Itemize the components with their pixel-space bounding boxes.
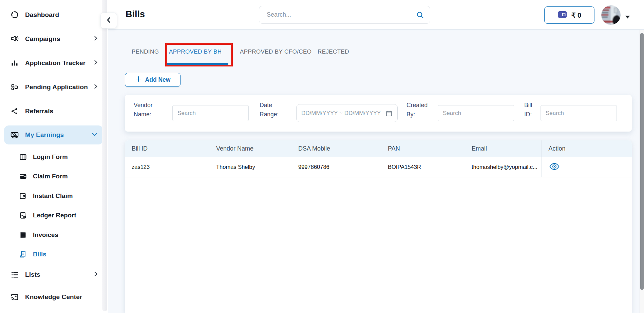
column-header-pan: PAN	[381, 140, 465, 157]
megaphone-icon	[10, 35, 19, 43]
chevron-right-icon	[92, 59, 99, 67]
page-scrollbar-track[interactable]	[640, 30, 644, 313]
sidebar-item-my-earnings[interactable]: My Earnings	[4, 125, 103, 144]
sidebar-item-label: Invoices	[33, 231, 58, 239]
sidebar-item-instant-claim[interactable]: Instant Claim	[0, 186, 108, 206]
sidebar-item-label: Knowledge Center	[25, 293, 82, 301]
vendor-name-filter-input[interactable]	[172, 105, 249, 121]
avatar[interactable]	[601, 5, 621, 25]
sidebar-item-label: Application Tracker	[25, 59, 86, 67]
vendor-name-filter-label: Vendor Name:	[134, 101, 163, 119]
column-header-bill-id: Bill ID	[125, 140, 209, 157]
cell-bill-id: zas123	[125, 157, 209, 177]
sidebar-item-campaigns[interactable]: Campaigns	[0, 27, 108, 51]
sidebar-item-claim-form[interactable]: Claim Form	[0, 167, 108, 187]
top-header: Bills ₹ 0	[108, 0, 644, 30]
sidebar-item-label: Referrals	[25, 107, 53, 115]
global-search	[259, 6, 430, 24]
chevron-down-icon	[91, 131, 98, 139]
bar-chart-icon	[10, 59, 19, 67]
sidebar-item-knowledge-center[interactable]: Knowledge Center	[0, 285, 108, 309]
cell-dsa-mobile: 9997860786	[291, 157, 381, 177]
sidebar-item-invoices[interactable]: Invoices	[0, 225, 108, 245]
active-tab-underline	[167, 63, 228, 65]
column-header-vendor-name: Vendor Name	[209, 140, 291, 157]
bills-table-card: Bill ID Vendor Name DSA Mobile PAN Email…	[125, 140, 632, 313]
knowledge-center-icon	[10, 293, 19, 301]
search-input[interactable]	[259, 6, 430, 23]
sidebar-item-bills[interactable]: Bills	[0, 245, 108, 265]
cell-email: thomashelby@yopmail.c...	[465, 157, 542, 177]
cell-pan: BOIPA1543R	[381, 157, 465, 177]
main-content: PENDING APPROVED BY BH APPROVED BY CFO/C…	[108, 30, 644, 313]
sidebar-item-lists[interactable]: Lists	[0, 264, 108, 285]
wallet-icon	[557, 11, 568, 20]
wallet-amount: ₹ 0	[571, 11, 581, 19]
sidebar-item-label: Bills	[33, 251, 46, 258]
sidebar-item-label: Dashboard	[25, 11, 59, 19]
created-by-filter-input[interactable]	[438, 105, 514, 121]
sidebar-item-dashboard[interactable]: Dashboard	[0, 3, 108, 27]
date-range-filter-input[interactable]	[296, 104, 398, 122]
wallet-outline-icon	[19, 192, 27, 200]
sidebar-item-label: Campaigns	[25, 35, 60, 43]
eye-icon	[549, 163, 560, 171]
page-title: Bills	[126, 9, 145, 20]
bill-id-filter-label: Bill ID:	[524, 101, 538, 119]
plus-icon	[135, 76, 142, 84]
view-bill-button[interactable]	[549, 162, 560, 172]
tab-approved-by-cfo-ceo[interactable]: APPROVED BY CFO/CEO	[240, 48, 311, 55]
tab-pending[interactable]: PENDING	[132, 48, 159, 55]
table-row: zas123 Thomas Shelby 9997860786 BOIPA154…	[125, 157, 632, 177]
sidebar-item-label: My Earnings	[25, 131, 64, 139]
page-scrollbar-thumb[interactable]	[640, 33, 644, 290]
cell-vendor-name: Thomas Shelby	[209, 157, 291, 177]
column-header-email: Email	[465, 140, 542, 157]
cash-icon	[10, 131, 19, 139]
layout-grid-icon	[10, 83, 19, 92]
tab-rejected[interactable]: REJECTED	[318, 48, 349, 55]
sidebar-item-pending-application[interactable]: Pending Application	[0, 75, 108, 99]
created-by-filter-label: Created By:	[406, 101, 433, 119]
sidebar-item-label: Login Form	[33, 153, 68, 161]
share-icon	[10, 107, 19, 116]
receipt-icon	[19, 231, 27, 239]
sidebar-item-label: Instant Claim	[33, 192, 73, 200]
add-new-button[interactable]: Add New	[125, 73, 181, 87]
column-header-action: Action	[542, 140, 632, 157]
column-header-dsa-mobile: DSA Mobile	[291, 140, 381, 157]
sidebar-item-label: Pending Application	[25, 83, 88, 91]
search-icon[interactable]	[416, 11, 424, 21]
grid-card-icon	[19, 153, 27, 161]
bill-id-filter-input[interactable]	[541, 105, 617, 121]
bills-table: Bill ID Vendor Name DSA Mobile PAN Email…	[125, 140, 632, 177]
caret-down-icon[interactable]	[625, 14, 630, 20]
sidebar-item-label: Ledger Report	[33, 212, 76, 219]
bill-icon	[19, 250, 27, 259]
chevron-left-icon	[105, 16, 113, 25]
list-icon	[10, 270, 19, 279]
chevron-right-icon	[92, 83, 99, 91]
table-header-row: Bill ID Vendor Name DSA Mobile PAN Email…	[125, 140, 632, 157]
sidebar-collapse-button[interactable]	[100, 13, 117, 28]
tab-approved-by-bh[interactable]: APPROVED BY BH	[169, 48, 222, 55]
sidebar-item-label: Claim Form	[33, 173, 68, 180]
wallet-balance-button[interactable]: ₹ 0	[544, 6, 594, 24]
ledger-icon	[19, 211, 27, 220]
sidebar-item-application-tracker[interactable]: Application Tracker	[0, 51, 108, 75]
wallet-filled-icon	[19, 172, 27, 181]
date-range-filter-label: Date Range:	[260, 101, 285, 119]
chevron-right-icon	[92, 35, 99, 43]
sidebar-item-label: Lists	[25, 271, 40, 278]
filter-panel: Vendor Name: Date Range: Created By: Bil…	[125, 95, 632, 132]
chevron-right-icon	[92, 271, 99, 279]
sidebar-item-ledger-report[interactable]: Ledger Report	[0, 206, 108, 226]
dashboard-icon	[10, 11, 19, 19]
sidebar-item-login-form[interactable]: Login Form	[0, 147, 108, 167]
sidebar: Dashboard Campaigns Application Tracker …	[0, 0, 108, 313]
sidebar-item-referrals[interactable]: Referrals	[0, 99, 108, 123]
